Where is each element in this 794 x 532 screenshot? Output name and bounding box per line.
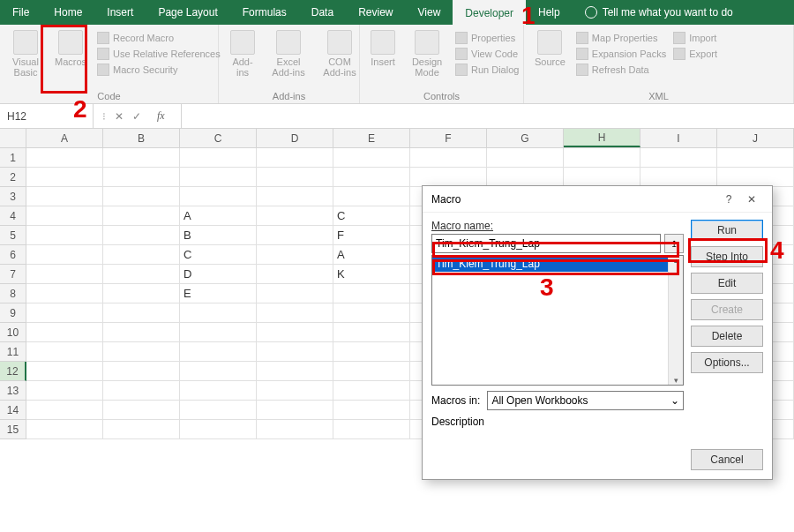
cell-D15[interactable] [257,420,333,439]
cell-C11[interactable] [180,342,257,362]
macro-list[interactable]: Tim_Kiem_Trung_Lap ▴ ▾ [431,255,684,386]
cell-B7[interactable] [103,265,180,284]
cell-E5[interactable]: F [333,226,410,245]
run-button[interactable]: Run [691,220,763,241]
fx-cancel-icon[interactable]: ✕ [115,110,124,123]
cell-B1[interactable] [103,148,180,168]
cell-C8[interactable]: E [180,284,257,303]
cell-C3[interactable] [180,187,257,206]
row-header[interactable]: 7 [0,265,26,284]
scroll-up-icon[interactable]: ▴ [674,256,678,265]
macro-security-button[interactable]: Macro Security [97,64,221,76]
cell-B13[interactable] [103,381,180,401]
macros-button[interactable]: Macros [51,28,90,69]
cell-A5[interactable] [26,226,103,245]
dialog-help-button[interactable]: ? [717,188,740,211]
cell-B3[interactable] [103,187,180,206]
fx-confirm-icon[interactable]: ✓ [132,110,141,123]
cell-D11[interactable] [257,342,333,362]
col-D[interactable]: D [257,129,333,147]
cell-C15[interactable] [180,420,257,439]
delete-button[interactable]: Delete [691,326,763,347]
tab-formulas[interactable]: Formulas [230,0,299,25]
cell-B9[interactable] [103,303,180,323]
cell-B5[interactable] [103,226,180,245]
tab-review[interactable]: Review [346,0,405,25]
cell-D3[interactable] [257,187,333,206]
dialog-close-button[interactable]: ✕ [740,188,763,211]
step-into-button[interactable]: Step Into [691,246,763,267]
cell-C9[interactable] [180,303,257,323]
cell-E10[interactable] [333,323,410,342]
cell-J2[interactable] [717,168,794,187]
row-header[interactable]: 15 [0,420,26,439]
row-header[interactable]: 13 [0,381,26,401]
cell-C5[interactable]: B [180,226,257,245]
cell-E3[interactable] [333,187,410,206]
cell-E12[interactable] [333,362,410,381]
select-all-corner[interactable] [0,129,26,147]
macro-name-input[interactable] [431,234,661,253]
cell-I1[interactable] [640,148,717,168]
cell-E1[interactable] [333,148,410,168]
cell-D10[interactable] [257,323,333,342]
cell-A13[interactable] [26,381,103,401]
cell-A9[interactable] [26,303,103,323]
scroll-down-icon[interactable]: ▾ [674,376,678,385]
cell-D14[interactable] [257,401,333,420]
cell-B10[interactable] [103,323,180,342]
cell-C1[interactable] [180,148,257,168]
cell-A7[interactable] [26,265,103,284]
create-button[interactable]: Create [691,299,763,320]
cell-E14[interactable] [333,401,410,420]
cell-D2[interactable] [257,168,333,187]
cell-A10[interactable] [26,323,103,342]
cell-F1[interactable] [410,148,487,168]
cell-D12[interactable] [257,362,333,381]
cell-B4[interactable] [103,206,180,226]
cell-E7[interactable]: K [333,265,410,284]
record-macro-button[interactable]: Record Macro [97,32,221,44]
com-addins-button[interactable]: COM Add-ins [318,28,362,79]
cell-D4[interactable] [257,206,333,226]
cell-A1[interactable] [26,148,103,168]
macro-list-scrollbar[interactable]: ▴ ▾ [668,256,683,385]
cell-A14[interactable] [26,401,103,420]
cell-B11[interactable] [103,342,180,362]
cell-F2[interactable] [410,168,487,187]
col-E[interactable]: E [333,129,410,147]
excel-addins-button[interactable]: Excel Add-ins [266,28,311,79]
cell-C4[interactable]: A [180,206,257,226]
cell-D9[interactable] [257,303,333,323]
cancel-button[interactable]: Cancel [691,449,763,470]
row-header[interactable]: 6 [0,245,26,265]
cell-E11[interactable] [333,342,410,362]
tab-page-layout[interactable]: Page Layout [146,0,229,25]
fx-label[interactable]: fx [150,109,172,123]
col-J[interactable]: J [717,129,794,147]
row-header[interactable]: 11 [0,342,26,362]
cell-E8[interactable] [333,284,410,303]
cell-B2[interactable] [103,168,180,187]
cell-E4[interactable]: C [333,206,410,226]
row-header[interactable]: 1 [0,148,26,168]
cell-A12[interactable] [26,362,103,381]
col-C[interactable]: C [180,129,257,147]
name-box[interactable]: H12 [0,104,94,128]
collapse-dialog-button[interactable]: ↥ [664,234,684,253]
col-F[interactable]: F [410,129,487,147]
cell-B14[interactable] [103,401,180,420]
cell-C10[interactable] [180,323,257,342]
cell-G2[interactable] [487,168,564,187]
tab-home[interactable]: Home [41,0,94,25]
cell-C12[interactable] [180,362,257,381]
refresh-data-button[interactable]: Refresh Data [576,64,666,76]
cell-C2[interactable] [180,168,257,187]
cell-D6[interactable] [257,245,333,265]
cell-A15[interactable] [26,420,103,439]
cell-H1[interactable] [564,148,640,168]
cell-D13[interactable] [257,381,333,401]
insert-button[interactable]: Insert [367,28,399,69]
cell-D7[interactable] [257,265,333,284]
map-properties-button[interactable]: Map Properties [576,32,666,44]
